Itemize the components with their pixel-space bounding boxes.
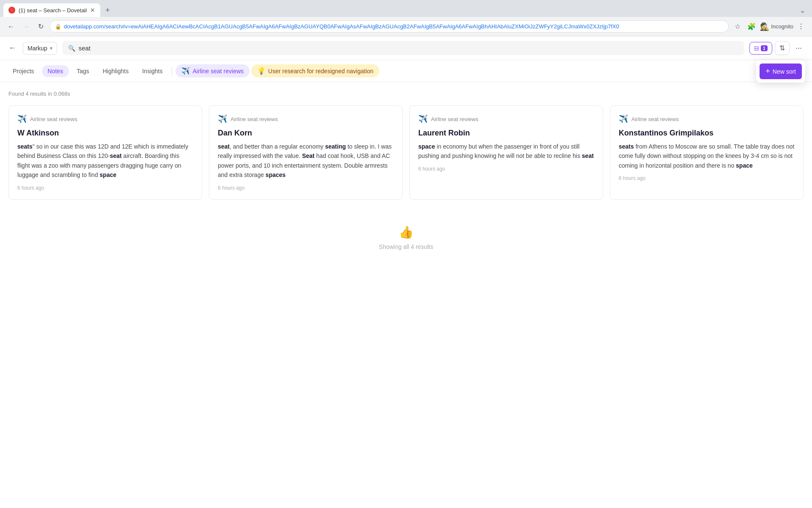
project-tag-airline[interactable]: ✈️ Airline seat reviews	[176, 64, 250, 77]
card-source-label-1: Airline seat reviews	[30, 116, 77, 122]
filter-tabs-bar: Projects Notes Tags Highlights Insights …	[0, 60, 812, 82]
tab-highlights[interactable]: Highlights	[97, 65, 134, 77]
card-source-4: ✈️ Airline seat reviews	[619, 114, 795, 124]
airline-icon: ✈️	[181, 67, 190, 75]
refresh-button[interactable]: ↻	[36, 21, 46, 32]
card-text-1: seats" so in our case this was 12D and 1…	[17, 142, 193, 180]
active-tab[interactable]: 🔴 (1) seat – Search – Dovetail ✕	[3, 3, 100, 17]
new-sort-label: New sort	[773, 68, 796, 75]
highlight-seat-1: seat	[110, 152, 122, 159]
card-source-icon-1: ✈️	[17, 114, 27, 124]
card-name-2: Dan Korn	[218, 129, 394, 138]
new-sort-dropdown: + New sort	[756, 60, 805, 83]
header-actions: ⊟ 1 ⇅ ···	[749, 41, 805, 55]
tab-tags[interactable]: Tags	[71, 65, 95, 77]
sort-icon: ⇅	[779, 44, 785, 52]
filter-button[interactable]: ⊟ 1	[749, 42, 772, 55]
highlight-space-3: space	[418, 143, 435, 150]
results-footer: 👍 Showing all 4 results	[0, 208, 812, 267]
tab-notes[interactable]: Notes	[42, 65, 69, 77]
thumbs-up-icon: 👍	[399, 225, 414, 239]
tab-divider	[172, 67, 172, 75]
toolbar-actions: ☆ 🧩 🕵️ Incognito ⋮	[732, 21, 807, 32]
result-card-2[interactable]: ✈️ Airline seat reviews Dan Korn seat, a…	[209, 105, 403, 200]
incognito-label: Incognito	[771, 23, 793, 30]
card-text-2: seat, and better than a regular economy …	[218, 142, 394, 180]
card-name-4: Konstantinos Grimpilakos	[619, 129, 795, 138]
highlight-seat-3: seat	[582, 152, 594, 159]
card-text-3: space in economy but when the passenger …	[418, 142, 594, 161]
highlight-seats-4: seats	[619, 143, 634, 150]
app-back-button[interactable]: ←	[7, 42, 18, 54]
workspace-selector[interactable]: Markup ▾	[23, 42, 57, 55]
project-tag-user-research-label: User research for redesigned navigation	[268, 68, 373, 75]
workspace-label: Markup	[27, 45, 47, 52]
extension-button[interactable]: 🧩	[745, 21, 758, 32]
card-source-3: ✈️ Airline seat reviews	[418, 114, 594, 124]
more-options-button[interactable]: ···	[792, 42, 805, 54]
lock-icon: 🔒	[55, 24, 61, 30]
card-source-icon-4: ✈️	[619, 114, 628, 124]
project-tag-airline-label: Airline seat reviews	[192, 68, 244, 75]
results-count: Found 4 results in 0.068s	[8, 91, 804, 97]
app-header: ← Markup ▾ 🔍 ⊟ 1 ⇅ ··· + New sort	[0, 36, 812, 60]
filter-icon: ⊟	[754, 45, 759, 52]
favicon: 🔴	[8, 7, 15, 14]
incognito-badge: 🕵️ Incognito	[760, 22, 793, 31]
incognito-icon: 🕵️	[760, 22, 769, 31]
user-research-icon: 💡	[257, 67, 266, 75]
highlight-seats-1: seats	[17, 143, 33, 150]
close-tab-button[interactable]: ✕	[90, 7, 95, 14]
card-text-4: seats from Athens to Moscow are so small…	[619, 142, 795, 170]
back-button[interactable]: ←	[5, 21, 17, 32]
card-timestamp-3: 6 hours ago	[418, 166, 594, 172]
highlight-seating-2: seating	[325, 143, 346, 150]
highlight-seat-2b: Seat	[302, 152, 315, 159]
card-timestamp-2: 6 hours ago	[218, 185, 394, 191]
forward-button[interactable]: →	[20, 21, 32, 32]
result-card-3[interactable]: ✈️ Airline seat reviews Laurent Robin sp…	[409, 105, 603, 200]
tab-insights[interactable]: Insights	[136, 65, 168, 77]
card-source-2: ✈️ Airline seat reviews	[218, 114, 394, 124]
bookmark-button[interactable]: ☆	[732, 21, 743, 32]
project-tag-user-research[interactable]: 💡 User research for redesigned navigatio…	[251, 64, 379, 77]
card-name-1: W Atkinson	[17, 129, 193, 138]
card-source-icon-3: ✈️	[418, 114, 428, 124]
results-area: Found 4 results in 0.068s ✈️ Airline sea…	[0, 82, 812, 208]
result-card-1[interactable]: ✈️ Airline seat reviews W Atkinson seats…	[8, 105, 202, 200]
new-sort-button[interactable]: + New sort	[760, 64, 802, 79]
result-card-4[interactable]: ✈️ Airline seat reviews Konstantinos Gri…	[610, 105, 804, 200]
chevron-down-icon: ▾	[50, 45, 52, 51]
chrome-menu-button[interactable]: ⋮	[795, 21, 807, 32]
browser-toolbar: ← → ↻ 🔒 dovetailapp.com/search#v=ewAiAHE…	[0, 17, 812, 36]
search-bar[interactable]: 🔍	[62, 41, 744, 55]
highlight-spaces-2: spaces	[266, 171, 285, 178]
sort-button[interactable]: ⇅	[775, 41, 790, 55]
plus-icon: +	[765, 67, 770, 76]
search-icon: 🔍	[68, 45, 75, 52]
card-name-3: Laurent Robin	[418, 129, 594, 138]
card-source-icon-2: ✈️	[218, 114, 227, 124]
tab-title: (1) seat – Search – Dovetail	[19, 7, 87, 14]
card-source-1: ✈️ Airline seat reviews	[17, 114, 193, 124]
card-source-label-4: Airline seat reviews	[631, 116, 679, 122]
address-bar[interactable]: 🔒 dovetailapp.com/search#v=ewAiAHEAIgA6A…	[49, 20, 729, 33]
card-source-label-3: Airline seat reviews	[431, 116, 478, 122]
tab-bar: 🔴 (1) seat – Search – Dovetail ✕ + ⌄	[0, 0, 812, 17]
filter-count-badge: 1	[761, 45, 768, 51]
showing-all-results: Showing all 4 results	[379, 243, 433, 250]
card-source-label-2: Airline seat reviews	[230, 116, 278, 122]
highlight-space-4: space	[736, 162, 753, 169]
card-timestamp-4: 6 hours ago	[619, 175, 795, 181]
browser-chrome: 🔴 (1) seat – Search – Dovetail ✕ + ⌄ ← →…	[0, 0, 812, 36]
tab-expand-button[interactable]: ⌄	[796, 5, 809, 16]
search-input[interactable]	[79, 44, 738, 52]
address-text: dovetailapp.com/search#v=ewAiAHEAIgA6ACI…	[64, 23, 723, 30]
highlight-space-1: space	[100, 171, 117, 178]
highlight-seat-2a: seat	[218, 143, 230, 150]
new-tab-button[interactable]: +	[102, 4, 113, 17]
card-timestamp-1: 6 hours ago	[17, 185, 193, 191]
results-grid: ✈️ Airline seat reviews W Atkinson seats…	[8, 105, 804, 200]
tab-projects[interactable]: Projects	[7, 65, 40, 77]
